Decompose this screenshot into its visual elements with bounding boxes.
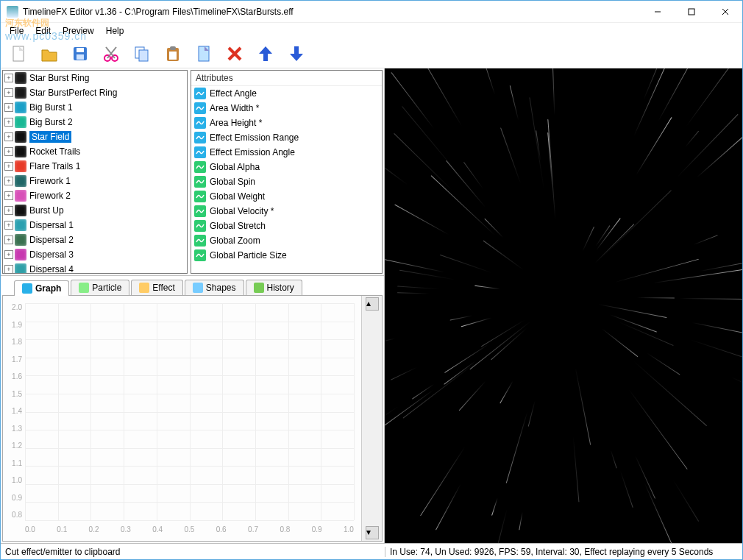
titlebar: TimelineFX Editor v1.36 - C:\Program Fil… — [1, 1, 742, 23]
particle-streak — [397, 292, 430, 294]
particle-streak — [441, 255, 493, 274]
particle-streak — [700, 254, 742, 272]
tree-item[interactable]: +Star BurstPerfect Ring — [3, 85, 187, 100]
import-button[interactable] — [192, 42, 216, 65]
attributes-panel[interactable]: Attributes Effect AngleArea Width *Area … — [191, 70, 383, 274]
cut-button[interactable] — [99, 42, 123, 65]
expand-icon[interactable]: + — [4, 103, 13, 112]
effect-thumb-icon — [15, 72, 26, 84]
expand-icon[interactable]: + — [4, 132, 13, 141]
tree-item[interactable]: +Firework 2 — [3, 188, 187, 203]
expand-icon[interactable]: + — [4, 221, 13, 230]
attributes-header: Attributes — [191, 71, 382, 86]
attribute-item[interactable]: Global Particle Size — [191, 248, 382, 263]
expand-icon[interactable]: + — [4, 162, 13, 171]
attribute-label: Effect Angle — [210, 88, 257, 99]
tree-item[interactable]: +Flare Trails 1 — [3, 159, 187, 174]
graph-panel[interactable]: 2.01.91.81.71.61.51.41.31.21.11.00.90.8 … — [2, 295, 383, 542]
graph-x-axis: 0.00.10.20.30.40.50.60.70.80.91.0 — [25, 525, 354, 534]
particle-streak — [637, 297, 675, 299]
particle-streak — [500, 380, 513, 403]
particle-streak — [597, 218, 621, 250]
scroll-up-button[interactable]: ▴ — [366, 297, 379, 311]
particle-streak — [547, 132, 552, 187]
tree-item-label: Big Burst 2 — [29, 117, 73, 127]
delete-button[interactable] — [223, 42, 246, 65]
particle-streak — [500, 128, 522, 185]
menu-file[interactable]: File — [4, 24, 29, 38]
save-button[interactable] — [68, 42, 92, 65]
open-button[interactable] — [38, 42, 61, 65]
tab-history[interactable]: History — [246, 280, 302, 295]
expand-icon[interactable]: + — [4, 206, 13, 215]
expand-icon[interactable]: + — [4, 118, 13, 127]
new-button[interactable] — [7, 42, 30, 65]
tree-item[interactable]: +Big Burst 2 — [3, 115, 187, 130]
expand-icon[interactable]: + — [4, 191, 13, 200]
attribute-item[interactable]: Global Alpha — [191, 160, 382, 174]
particle-streak — [491, 498, 497, 517]
tab-effect[interactable]: Effect — [131, 280, 182, 295]
scroll-down-button[interactable]: ▾ — [366, 526, 379, 539]
move-down-button[interactable] — [285, 42, 308, 65]
attribute-item[interactable]: Effect Emission Angle — [191, 145, 382, 160]
tree-item[interactable]: +Dispersal 4 — [3, 262, 187, 274]
preview-viewport[interactable] — [385, 68, 742, 543]
menu-edit[interactable]: Edit — [29, 24, 57, 38]
maximize-button[interactable] — [675, 1, 708, 23]
expand-icon[interactable]: + — [4, 235, 13, 244]
effects-tree[interactable]: +Star Burst Ring+Star BurstPerfect Ring+… — [2, 70, 188, 274]
attribute-icon — [194, 88, 206, 99]
graph-vscroll[interactable]: ▴ ▾ — [361, 296, 382, 541]
tree-item[interactable]: +Big Burst 1 — [3, 100, 187, 115]
attribute-item[interactable]: Effect Emission Range — [191, 130, 382, 145]
attribute-icon — [194, 146, 206, 158]
particle-streak — [686, 131, 700, 147]
particle-streak — [444, 361, 475, 384]
attribute-item[interactable]: Global Stretch — [191, 219, 382, 233]
tree-item[interactable]: +Dispersal 2 — [3, 233, 187, 247]
graph-canvas[interactable]: 2.01.91.81.71.61.51.41.31.21.11.00.90.8 … — [3, 296, 361, 541]
attribute-item[interactable]: Global Velocity * — [191, 204, 382, 219]
expand-icon[interactable]: + — [4, 250, 13, 259]
expand-icon[interactable]: + — [4, 88, 13, 97]
tree-item[interactable]: +Rocket Trails — [3, 144, 187, 159]
close-button[interactable] — [708, 1, 742, 23]
move-up-button[interactable] — [254, 42, 277, 65]
expand-icon[interactable]: + — [4, 74, 13, 82]
tab-graph[interactable]: Graph — [14, 280, 69, 296]
particle-streak — [636, 117, 673, 175]
minimize-button[interactable] — [641, 1, 675, 23]
attribute-item[interactable]: Global Zoom — [191, 233, 382, 248]
particle-streak — [402, 361, 477, 418]
tree-item[interactable]: +Firework 1 — [3, 174, 187, 188]
attribute-item[interactable]: Global Spin — [191, 174, 382, 189]
particle-streak — [731, 377, 742, 413]
tree-item[interactable]: +Star Burst Ring — [3, 71, 187, 85]
expand-icon[interactable]: + — [4, 147, 13, 156]
tree-item[interactable]: +Star Field — [3, 130, 187, 144]
particle-streak — [548, 120, 556, 220]
particle-streak — [430, 175, 495, 235]
attribute-item[interactable]: Effect Angle — [191, 86, 382, 101]
tree-item[interactable]: +Burst Up — [3, 203, 187, 218]
copy-button[interactable] — [130, 42, 154, 65]
tree-item[interactable]: +Dispersal 3 — [3, 247, 187, 262]
effect-thumb-icon — [15, 234, 26, 246]
svg-rect-1 — [689, 9, 694, 15]
particle-streak — [672, 478, 700, 522]
attribute-icon — [194, 205, 206, 217]
attribute-item[interactable]: Area Width * — [191, 101, 382, 116]
expand-icon[interactable]: + — [4, 265, 13, 274]
tree-item[interactable]: +Dispersal 1 — [3, 218, 187, 233]
menu-help[interactable]: Help — [100, 24, 130, 38]
tab-shapes[interactable]: Shapes — [185, 280, 244, 295]
particle-streak — [509, 85, 519, 121]
expand-icon[interactable]: + — [4, 177, 13, 185]
effect-thumb-icon — [15, 131, 26, 143]
paste-button[interactable] — [161, 42, 185, 65]
tab-particle[interactable]: Particle — [71, 280, 129, 295]
attribute-item[interactable]: Area Height * — [191, 116, 382, 130]
attribute-item[interactable]: Global Weight — [191, 189, 382, 204]
menu-preview[interactable]: Preview — [57, 24, 100, 38]
